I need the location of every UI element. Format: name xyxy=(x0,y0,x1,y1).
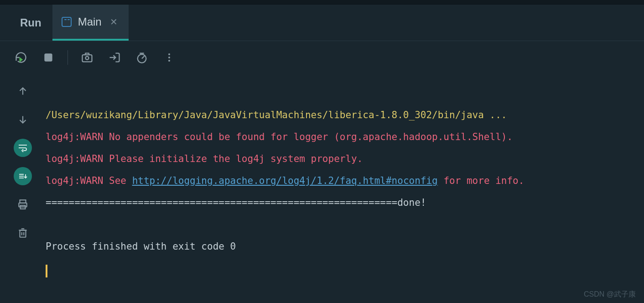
svg-point-4 xyxy=(168,53,170,55)
console-output[interactable]: /Users/wuzikang/Library/Java/JavaVirtual… xyxy=(46,74,644,303)
console-warn-line: log4j:WARN See http://logging.apache.org… xyxy=(46,175,524,186)
tool-window-title: Run xyxy=(9,16,52,29)
exit-button[interactable] xyxy=(106,49,123,66)
more-actions-button[interactable] xyxy=(161,49,177,66)
close-tab-icon[interactable]: ✕ xyxy=(108,15,119,29)
screenshot-button[interactable] xyxy=(79,49,95,66)
window-top-border xyxy=(0,0,644,5)
warn-prefix: log4j:WARN See xyxy=(46,175,132,186)
svg-rect-0 xyxy=(44,53,52,61)
console-exit-line: Process finished with exit code 0 xyxy=(46,241,236,252)
clear-all-button[interactable] xyxy=(14,224,32,242)
profiler-button[interactable] xyxy=(134,49,150,66)
svg-rect-1 xyxy=(83,55,92,62)
console-output-line: ========================================… xyxy=(46,197,426,208)
run-tab-main[interactable]: Main ✕ xyxy=(52,5,129,41)
scroll-up-button[interactable] xyxy=(14,82,32,100)
stop-button[interactable] xyxy=(40,49,57,66)
svg-point-6 xyxy=(168,60,170,62)
tab-title: Main xyxy=(78,16,102,28)
main-area: /Users/wuzikang/Library/Java/JavaVirtual… xyxy=(0,74,644,303)
console-link[interactable]: http://logging.apache.org/log4j/1.2/faq.… xyxy=(132,175,438,186)
run-toolbar xyxy=(0,41,644,74)
application-icon xyxy=(62,17,72,27)
print-button[interactable] xyxy=(14,195,32,214)
watermark: CSDN @武子康 xyxy=(584,290,636,299)
console-warn-line: log4j:WARN No appenders could be found f… xyxy=(46,131,513,142)
toolbar-separator xyxy=(68,50,68,65)
warn-suffix: for more info. xyxy=(438,175,525,186)
svg-rect-10 xyxy=(20,230,26,237)
svg-point-3 xyxy=(138,54,146,63)
rerun-button[interactable] xyxy=(13,49,29,66)
scroll-to-end-button[interactable] xyxy=(14,167,32,185)
svg-point-5 xyxy=(168,57,170,58)
console-warn-line: log4j:WARN Please initialize the log4j s… xyxy=(46,153,363,164)
soft-wrap-button[interactable] xyxy=(14,139,32,157)
tab-bar: Run Main ✕ xyxy=(0,5,644,41)
gutter-toolbar xyxy=(0,74,46,303)
scroll-down-button[interactable] xyxy=(14,110,32,129)
text-cursor xyxy=(46,265,47,277)
console-command-line: /Users/wuzikang/Library/Java/JavaVirtual… xyxy=(46,110,507,120)
svg-point-2 xyxy=(86,56,89,59)
